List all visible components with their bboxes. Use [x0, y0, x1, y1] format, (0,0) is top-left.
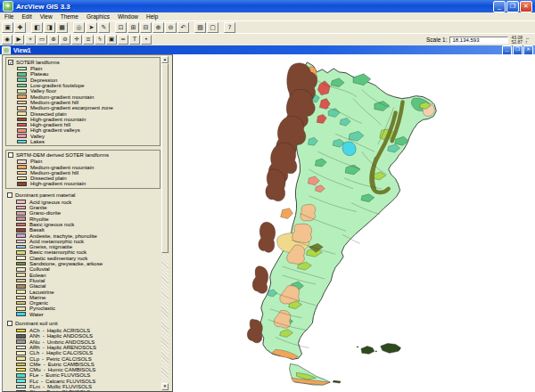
- scrollbar-thumb[interactable]: [161, 63, 169, 253]
- legend-label: Gneiss, migmatite: [29, 244, 72, 249]
- menu-item-edit[interactable]: Edit: [21, 13, 31, 20]
- menu-item-view[interactable]: View: [40, 13, 53, 20]
- theme-visibility-checkbox[interactable]: [8, 152, 13, 158]
- theme-title: SRTM-DEM derived SOTER landforms: [16, 152, 109, 158]
- menu-item-window[interactable]: Window: [118, 13, 138, 20]
- theme-properties-button[interactable]: ◧: [31, 22, 43, 33]
- legend-label: Acid igneous rock: [29, 200, 71, 205]
- legend-swatch: [17, 106, 27, 110]
- coordinate-readout: 43.08 52.87: [511, 36, 523, 45]
- save-project-button[interactable]: ▣: [2, 22, 13, 33]
- legend-swatch: [16, 306, 26, 311]
- theme-header: SRTM-DEM derived SOTER landforms: [8, 151, 158, 158]
- open-theme-table-button[interactable]: ▦: [56, 22, 68, 33]
- menu-item-file[interactable]: File: [4, 13, 13, 20]
- legend-label: ANu - Umbric ANDOSOLS: [29, 339, 95, 345]
- zoom-previous-button[interactable]: ↶: [177, 22, 189, 33]
- text-tool[interactable]: T: [129, 35, 140, 45]
- legend-label: Lacustrine: [29, 290, 54, 295]
- legend-swatch: [16, 279, 26, 283]
- scale-group: Scale 1: 43.08 52.87 ↔ ↕: [426, 36, 533, 45]
- legend-swatch: [16, 206, 26, 210]
- area-of-interest-tool[interactable]: ═: [118, 35, 128, 45]
- zoom-in-tool[interactable]: ⊕: [48, 35, 59, 45]
- label-tool[interactable]: ▣: [106, 35, 117, 45]
- legend-swatch: [16, 334, 26, 339]
- legend-swatch: [16, 312, 26, 316]
- query-builder-button[interactable]: ✎: [98, 22, 110, 33]
- legend-item: High-gradient mountain: [8, 181, 158, 186]
- legend-label: Plateau: [30, 71, 48, 77]
- coordinate-y: 52.87: [511, 40, 523, 45]
- menu-item-help[interactable]: Help: [146, 13, 158, 20]
- legend-swatch: [17, 111, 27, 116]
- zoom-active-theme-button[interactable]: ⊞: [128, 22, 139, 33]
- select-features-button[interactable]: ▧: [194, 22, 206, 33]
- legend-label: CMu - Humic CAMBISOLS: [29, 367, 95, 372]
- pan-tool[interactable]: ✛: [71, 35, 82, 45]
- legend-label: Medium-gradient mountain: [30, 165, 94, 170]
- legend-swatch: [16, 267, 26, 272]
- menu-item-theme[interactable]: Theme: [61, 13, 78, 20]
- legend-theme-3[interactable]: Dominant soil unitACh - Haplic ACRISOLSA…: [7, 321, 158, 392]
- zoom-in-button[interactable]: ⊕: [152, 22, 164, 33]
- arcview-window: { "window": { "title": "ArcView GIS 3.3"…: [0, 0, 535, 392]
- identify-tool[interactable]: ◉: [2, 35, 12, 45]
- theme-visibility-checkbox[interactable]: [7, 192, 12, 198]
- select-feature-tool[interactable]: ▭: [37, 35, 47, 45]
- legend-list: ✓SOTER landformsPlainPlateauDepressionLo…: [3, 55, 172, 392]
- legend-label: Glacial: [29, 283, 45, 289]
- legend-swatch: [17, 171, 27, 176]
- argentina-map-canvas[interactable]: [175, 54, 535, 392]
- find-button[interactable]: ◎: [73, 22, 85, 33]
- legend-swatch: [17, 89, 27, 94]
- vertex-edit-tool[interactable]: ⌖: [25, 35, 36, 45]
- theme-visibility-checkbox[interactable]: [7, 321, 12, 326]
- tierra-del-fuego: [290, 363, 342, 385]
- edit-legend-button[interactable]: ◨: [44, 22, 55, 33]
- zoom-selected-button[interactable]: ⊟: [140, 22, 152, 33]
- theme-visibility-checkbox[interactable]: ✓: [8, 60, 13, 65]
- legend-swatch: [16, 228, 26, 233]
- title-bar: ✦ ArcView GIS 3.3 _ ❐ ✕: [0, 0, 535, 12]
- legend-swatch: [17, 84, 27, 88]
- scale-input[interactable]: [449, 37, 508, 44]
- zoom-out-button[interactable]: ⊖: [165, 22, 177, 33]
- zoom-full-extent-button[interactable]: ⊡: [115, 22, 127, 33]
- legend-theme-0[interactable]: ✓SOTER landformsPlainPlateauDepressionLo…: [5, 57, 160, 146]
- legend-label: Medium-gradient hill: [30, 100, 78, 105]
- scroll-up-arrow-icon[interactable]: ▲: [161, 56, 169, 63]
- scrollbar-track[interactable]: [161, 253, 169, 383]
- map-area[interactable]: [175, 54, 535, 392]
- theme-header: Dominant parent material: [7, 192, 158, 199]
- scroll-down-arrow-icon[interactable]: ▼: [161, 383, 169, 390]
- legend-swatch: [17, 67, 27, 71]
- add-theme-button[interactable]: ✚: [14, 22, 26, 33]
- close-button[interactable]: ✕: [520, 1, 532, 12]
- draw-point-tool[interactable]: •: [141, 35, 152, 45]
- zoom-out-tool[interactable]: ⊖: [60, 35, 70, 45]
- legend-label: High-gradient hill: [30, 122, 70, 127]
- legend-swatch: [16, 250, 26, 255]
- clear-selection-button[interactable]: ▢: [207, 22, 218, 33]
- legend-theme-1[interactable]: SRTM-DEM derived SOTER landformsPlainMed…: [5, 150, 160, 188]
- legend-swatch: [16, 290, 26, 294]
- legend-label: Low-gradient footslope: [30, 83, 85, 88]
- theme-header: Dominant soil unit: [7, 321, 158, 327]
- pointer-tool[interactable]: ▶: [13, 35, 24, 45]
- locate-address-button[interactable]: ➤: [86, 22, 97, 33]
- legend-label: Valley: [30, 134, 45, 139]
- help-button[interactable]: ?: [224, 22, 235, 33]
- legend-label: Basic igneous rock: [29, 222, 74, 227]
- view-content: ✓SOTER landformsPlainPlateauDepressionLo…: [0, 54, 535, 392]
- legend-swatch: [17, 78, 27, 82]
- measure-tool[interactable]: ≡: [83, 35, 94, 45]
- legend-swatch: [16, 346, 26, 350]
- minimize-button[interactable]: _: [493, 1, 506, 12]
- menu-item-graphics[interactable]: Graphics: [86, 13, 110, 20]
- hot-link-tool[interactable]: ϟ: [95, 35, 105, 45]
- legend-label: Medium-gradient escarpment zone: [30, 105, 113, 110]
- legend-swatch: [16, 296, 26, 300]
- legend-theme-2[interactable]: Dominant parent materialAcid igneous roc…: [7, 192, 158, 317]
- maximize-button[interactable]: ❐: [506, 1, 519, 12]
